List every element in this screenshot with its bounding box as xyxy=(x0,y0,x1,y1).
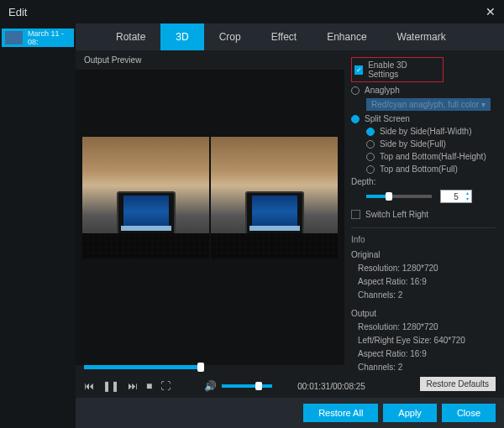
pause-icon[interactable]: ❚❚ xyxy=(102,380,119,392)
tab-crop[interactable]: Crop xyxy=(204,23,256,50)
tab-bar: Rotate 3D Crop Effect Enhance Watermark xyxy=(76,23,504,50)
original-aspect: Aspect Ratio: 16:9 xyxy=(358,275,496,289)
info-heading: Info xyxy=(351,233,496,247)
thumbnail-image xyxy=(5,31,23,44)
split-screen-radio[interactable]: Split Screen xyxy=(351,114,496,123)
output-resolution: Resolution: 1280*720 xyxy=(358,321,496,334)
tab-effect[interactable]: Effect xyxy=(256,23,312,50)
seek-bar[interactable] xyxy=(84,365,336,369)
fullscreen-icon[interactable]: ⛶ xyxy=(160,380,171,392)
tb-full-label: Top and Bottom(Full) xyxy=(380,164,458,174)
anaglyph-radio[interactable]: Anaglyph xyxy=(351,86,496,95)
original-resolution: Resolution: 1280*720 xyxy=(358,262,496,275)
next-icon[interactable]: ⏭ xyxy=(128,380,138,392)
close-button[interactable]: Close xyxy=(442,404,496,422)
original-heading: Original xyxy=(351,248,496,262)
sbs-full-radio[interactable]: Side by Side(Full) xyxy=(351,139,496,149)
thumbnail-date: March 11 - 08: xyxy=(28,29,71,46)
output-heading: Output xyxy=(351,307,496,321)
titlebar: Edit ✕ xyxy=(0,0,504,23)
divider xyxy=(351,227,496,228)
main-area: Rotate 3D Crop Effect Enhance Watermark … xyxy=(76,23,504,428)
split-screen-label: Split Screen xyxy=(365,114,410,123)
enable-3d-label: Enable 3D Settings xyxy=(368,60,434,79)
original-channels: Channels: 2 xyxy=(358,289,496,302)
tb-full-radio[interactable]: Top and Bottom(Full) xyxy=(351,164,496,174)
tb-half-label: Top and Bottom(Half-Height) xyxy=(380,152,486,161)
prev-icon[interactable]: ⏮ xyxy=(84,380,94,392)
switch-lr-checkbox[interactable]: Switch Left Right xyxy=(351,210,496,219)
sidebar: March 11 - 08: xyxy=(0,23,76,428)
video-preview[interactable] xyxy=(76,70,344,365)
depth-input[interactable]: 5 ▴▾ xyxy=(440,190,472,203)
window-body: March 11 - 08: Rotate 3D Crop Effect Enh… xyxy=(0,23,504,428)
clip-thumbnail[interactable]: March 11 - 08: xyxy=(2,29,74,47)
check-icon xyxy=(351,210,360,219)
info-block: Info Original Resolution: 1280*720 Aspec… xyxy=(351,233,496,374)
sbs-half-radio[interactable]: Side by Side(Half-Width) xyxy=(351,127,496,136)
anaglyph-label: Anaglyph xyxy=(365,86,400,95)
player-controls: ⏮ ❚❚ ⏭ ■ ⛶ 🔊 00:01:31/00:08:25 xyxy=(76,374,344,398)
radio-icon xyxy=(351,115,360,123)
tab-watermark[interactable]: Watermark xyxy=(382,23,461,50)
left-eye-view xyxy=(82,137,209,258)
output-aspect: Aspect Ratio: 16:9 xyxy=(358,347,496,361)
switch-lr-label: Switch Left Right xyxy=(365,210,428,219)
anaglyph-mode-select[interactable]: Red/cyan anaglyph, full color ▾ xyxy=(366,98,491,111)
chevron-down-icon: ▾ xyxy=(481,100,486,109)
tab-rotate[interactable]: Rotate xyxy=(101,23,160,50)
restore-all-button[interactable]: Restore All xyxy=(303,404,378,422)
depth-spinner[interactable]: ▴▾ xyxy=(464,191,470,202)
depth-slider[interactable] xyxy=(366,195,432,198)
restore-defaults-button[interactable]: Restore Defaults xyxy=(420,377,496,391)
stop-icon[interactable]: ■ xyxy=(146,380,152,392)
radio-icon xyxy=(366,128,375,136)
tb-half-radio[interactable]: Top and Bottom(Half-Height) xyxy=(351,152,496,161)
sbs-full-label: Side by Side(Full) xyxy=(380,139,446,149)
window-title: Edit xyxy=(8,6,27,18)
preview-panel: Output Preview xyxy=(76,50,344,398)
radio-icon xyxy=(351,86,360,95)
volume-icon[interactable]: 🔊 xyxy=(204,380,217,392)
close-icon[interactable]: ✕ xyxy=(486,5,496,18)
output-channels: Channels: 2 xyxy=(358,361,496,374)
check-icon: ✓ xyxy=(354,65,363,75)
enable-3d-checkbox[interactable]: ✓ Enable 3D Settings xyxy=(351,57,444,82)
radio-icon xyxy=(366,165,375,174)
content-area: Output Preview xyxy=(76,50,504,398)
split-view xyxy=(82,137,338,258)
apply-button[interactable]: Apply xyxy=(383,404,437,422)
output-eye-size: Left/Right Eye Size: 640*720 xyxy=(358,334,496,347)
edit-window: Edit ✕ March 11 - 08: Rotate 3D Crop Eff… xyxy=(0,0,504,428)
right-eye-view xyxy=(211,137,338,258)
tab-3d[interactable]: 3D xyxy=(160,23,203,50)
footer-bar: Restore All Apply Close xyxy=(76,398,504,428)
tab-enhance[interactable]: Enhance xyxy=(312,23,381,50)
volume-control: 🔊 xyxy=(204,380,272,392)
sbs-half-label: Side by Side(Half-Width) xyxy=(380,127,471,136)
volume-slider[interactable] xyxy=(222,384,272,388)
radio-icon xyxy=(366,153,375,161)
preview-label: Output Preview xyxy=(76,50,344,70)
settings-panel: ✓ Enable 3D Settings Anaglyph Red/cyan a… xyxy=(344,50,504,398)
radio-icon xyxy=(366,140,375,149)
anaglyph-mode-value: Red/cyan anaglyph, full color xyxy=(371,100,479,109)
depth-value: 5 xyxy=(454,192,459,201)
depth-label: Depth: xyxy=(351,177,496,186)
